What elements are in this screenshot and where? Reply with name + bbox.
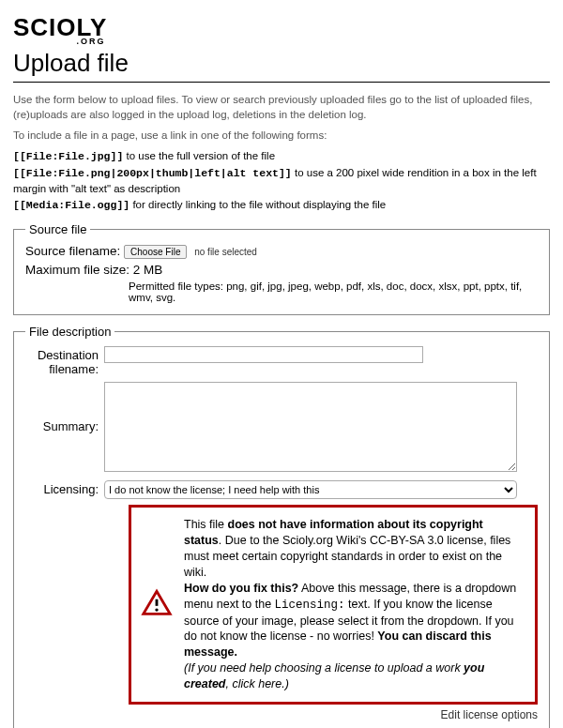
divider xyxy=(13,82,550,83)
intro-text-2: To include a file in a page, use a link … xyxy=(13,128,550,143)
site-logo: SCIOLY.ORG xyxy=(13,13,107,46)
edit-license-options-link[interactable]: Edit license options xyxy=(25,708,538,721)
summary-label: Summary: xyxy=(25,382,104,433)
syntax-examples: [[File:File.jpg]] to use the full versio… xyxy=(13,148,550,213)
syntax-code-1: [[File:File.jpg]] xyxy=(13,150,123,162)
choose-file-button[interactable]: Choose File xyxy=(124,245,187,259)
source-filename-label: Source filename: xyxy=(25,244,120,258)
no-file-text: no file selected xyxy=(194,247,257,257)
svg-point-1 xyxy=(155,608,158,611)
intro-text-1: Use the form below to upload files. To v… xyxy=(13,92,550,122)
file-description-legend: File description xyxy=(25,325,114,339)
max-file-size: Maximum file size: 2 MB xyxy=(25,263,538,277)
licensing-select[interactable]: I do not know the license; I need help w… xyxy=(104,480,517,499)
syntax-code-3: [[Media:File.ogg]] xyxy=(13,199,129,211)
file-description-fieldset: File description Destination filename: S… xyxy=(13,325,550,728)
source-file-fieldset: Source file Source filename: Choose File… xyxy=(13,222,550,315)
licensing-label: Licensing: xyxy=(25,480,104,496)
source-file-legend: Source file xyxy=(25,222,90,236)
destination-filename-input[interactable] xyxy=(104,346,423,363)
summary-textarea[interactable] xyxy=(104,382,517,472)
warning-icon xyxy=(141,587,173,622)
license-warning-text: This file does not have information abou… xyxy=(184,517,522,692)
destination-filename-label: Destination filename: xyxy=(25,346,104,376)
page-title: Upload file xyxy=(13,49,550,78)
syntax-desc-1: to use the full version of the file xyxy=(123,150,275,161)
permitted-types: Permitted file types: png, gif, jpg, jpe… xyxy=(129,281,538,303)
syntax-desc-3: for directly linking to the file without… xyxy=(129,199,386,210)
license-warning-box: This file does not have information abou… xyxy=(129,505,538,705)
header: SCIOLY.ORG Upload file xyxy=(13,13,550,83)
syntax-code-2: [[File:File.png|200px|thumb|left|alt tex… xyxy=(13,167,292,179)
